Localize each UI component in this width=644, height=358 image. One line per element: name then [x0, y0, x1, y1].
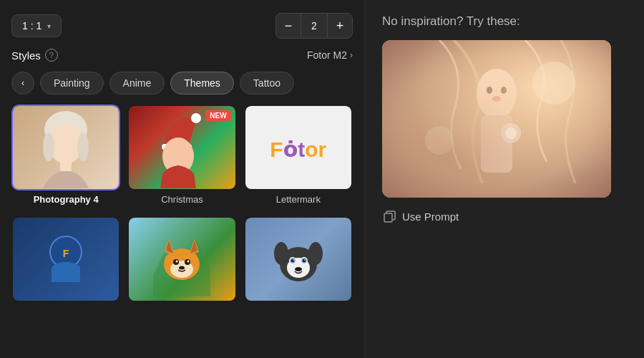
card-christmas-label: Christmas: [127, 194, 236, 206]
count-plus-button[interactable]: +: [327, 13, 353, 39]
fotor-logo-t: t: [298, 137, 305, 161]
photo4-bg: [13, 106, 119, 190]
svg-rect-46: [384, 213, 392, 222]
svg-point-33: [304, 259, 306, 261]
count-minus-button[interactable]: −: [275, 13, 301, 39]
fotor-m2-label: Fotor M2: [307, 49, 347, 61]
svg-point-34: [295, 267, 302, 271]
fotor-small-bg: F: [13, 218, 119, 302]
tab-painting[interactable]: Painting: [40, 72, 104, 95]
inspiration-text: No inspiration? Try these:: [382, 14, 627, 29]
inspiration-image: [382, 40, 611, 198]
style-grid-row1: Photography 4 NEW: [11, 105, 353, 206]
person-svg: [37, 110, 94, 188]
svg-text:F: F: [63, 248, 69, 259]
shiba-svg: [153, 225, 210, 296]
fotor-m2-link[interactable]: Fotor M2 ›: [307, 49, 353, 61]
svg-point-43: [492, 96, 501, 102]
svg-point-19: [176, 261, 178, 263]
card-photography4-image: [11, 105, 120, 190]
use-prompt-row[interactable]: Use Prompt: [382, 209, 627, 223]
card-dog[interactable]: [244, 216, 353, 302]
card-christmas[interactable]: NEW Christmas: [127, 105, 236, 206]
shiba-bg: [129, 218, 235, 302]
inspiration-image-wrap: [382, 40, 611, 198]
fotor-logo: Fȯtor: [270, 137, 326, 162]
category-tabs: ‹ Painting Anime Themes Tattoo: [11, 72, 353, 95]
fotor-logo-f: F: [270, 137, 283, 161]
count-controls: − 2 +: [275, 13, 353, 39]
christmas-svg: [153, 110, 210, 188]
christmas-new-badge: NEW: [205, 110, 230, 121]
svg-point-24: [308, 242, 323, 265]
card-fotor-small[interactable]: F: [11, 216, 120, 302]
ratio-dropdown[interactable]: 1 : 1 ▾: [11, 14, 62, 37]
style-grid-row2: F: [11, 216, 353, 302]
left-panel: 1 : 1 ▾ − 2 + Styles ? Fotor M2 › ‹ Pain…: [0, 0, 365, 358]
styles-label: Styles: [11, 49, 41, 62]
svg-rect-35: [382, 40, 611, 198]
svg-point-45: [505, 127, 517, 139]
ratio-chevron: ▾: [47, 22, 51, 30]
fotor-logo-or: or: [305, 137, 326, 161]
svg-point-32: [293, 259, 294, 261]
chevron-right-icon: ›: [350, 50, 353, 60]
tab-themes[interactable]: Themes: [170, 72, 234, 95]
svg-rect-4: [60, 161, 72, 171]
right-panel: No inspiration? Try these:: [365, 0, 644, 358]
svg-point-44: [501, 123, 521, 143]
copy-icon: [382, 209, 396, 223]
svg-point-23: [274, 242, 288, 265]
fotor-small-svg: F: [41, 232, 91, 289]
svg-point-21: [179, 266, 185, 270]
ratio-label: 1 : 1: [22, 20, 42, 32]
svg-rect-36: [382, 40, 611, 198]
tab-anime[interactable]: Anime: [109, 72, 165, 95]
svg-point-42: [501, 87, 507, 94]
card-lettermark-image: Fȯtor: [244, 105, 353, 190]
svg-point-6: [191, 113, 201, 123]
svg-point-2: [43, 132, 54, 161]
svg-point-38: [425, 126, 454, 155]
svg-point-39: [477, 69, 517, 119]
card-fotor-small-image: F: [11, 216, 120, 302]
card-shiba[interactable]: [127, 216, 236, 302]
tab-tattoo[interactable]: Tattoo: [240, 72, 294, 95]
card-dog-image: [244, 216, 353, 302]
card-photography4-label: Photography 4: [11, 194, 120, 206]
back-button[interactable]: ‹: [11, 72, 34, 95]
card-photography4[interactable]: Photography 4: [11, 105, 120, 206]
dog-svg: [270, 225, 327, 296]
svg-point-41: [487, 87, 492, 94]
top-controls: 1 : 1 ▾ − 2 +: [11, 13, 353, 39]
card-lettermark[interactable]: Fȯtor Lettermark: [244, 105, 353, 206]
fotor-logo-o-dot: ȯ: [283, 137, 298, 161]
card-shiba-image: [127, 216, 236, 302]
card-lettermark-label: Lettermark: [244, 194, 353, 206]
svg-point-37: [532, 62, 575, 105]
styles-row: Styles ? Fotor M2 ›: [11, 49, 353, 62]
inspiration-svg: [382, 40, 611, 198]
use-prompt-label: Use Prompt: [402, 211, 459, 223]
help-icon[interactable]: ?: [45, 49, 58, 62]
svg-rect-40: [481, 115, 512, 173]
count-value: 2: [301, 13, 327, 39]
svg-point-3: [77, 132, 89, 161]
styles-left: Styles ?: [11, 49, 58, 62]
fotor-card-bg: Fȯtor: [245, 106, 351, 190]
card-christmas-image: NEW: [127, 105, 236, 190]
dog-bg: [245, 218, 351, 302]
svg-point-20: [187, 261, 190, 263]
